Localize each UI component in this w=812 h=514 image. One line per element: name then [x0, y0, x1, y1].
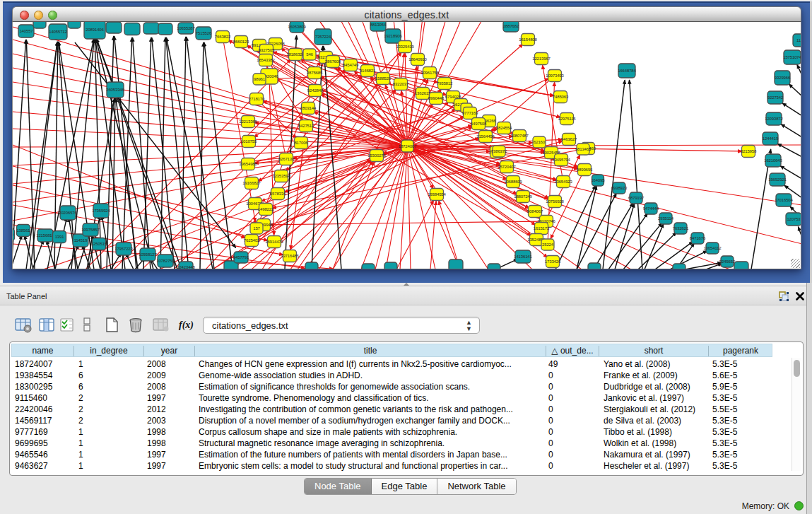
- svg-text:16648784: 16648784: [618, 69, 636, 73]
- svg-text:9146821: 9146821: [360, 69, 376, 73]
- svg-text:13325419: 13325419: [396, 45, 414, 49]
- svg-text:19384554: 19384554: [428, 192, 446, 197]
- svg-text:25224: 25224: [542, 243, 554, 247]
- svg-text:16914479: 16914479: [265, 240, 283, 244]
- svg-text:21564456: 21564456: [476, 134, 495, 139]
- svg-text:12093872: 12093872: [765, 117, 783, 121]
- svg-text:6879197: 6879197: [628, 196, 645, 200]
- svg-text:9899695: 9899695: [577, 168, 593, 172]
- svg-text:10973493: 10973493: [546, 74, 564, 78]
- svg-text:7632621: 7632621: [673, 226, 689, 230]
- svg-text:26053346: 26053346: [106, 88, 124, 92]
- svg-text:546: 546: [306, 52, 313, 57]
- svg-text:12213967: 12213967: [532, 57, 551, 61]
- svg-text:8813054: 8813054: [370, 23, 387, 27]
- svg-text:8471676: 8471676: [690, 236, 706, 240]
- svg-text:2718170: 2718170: [249, 97, 265, 101]
- svg-text:1362615: 1362615: [415, 91, 431, 95]
- svg-text:6497508: 6497508: [471, 122, 487, 126]
- svg-text:14136141: 14136141: [514, 255, 532, 259]
- svg-text:10756928: 10756928: [546, 199, 564, 204]
- svg-text:7663822: 7663822: [215, 35, 231, 39]
- svg-text:2935114: 2935114: [658, 216, 674, 221]
- svg-text:1391: 1391: [55, 235, 65, 239]
- svg-text:19218906: 19218906: [384, 34, 402, 38]
- svg-text:15692921: 15692921: [768, 177, 787, 182]
- svg-text:7955812: 7955812: [437, 81, 453, 86]
- svg-text:9777169: 9777169: [462, 111, 478, 115]
- svg-text:8938923: 8938923: [611, 186, 628, 190]
- svg-text:817006: 817006: [294, 141, 308, 145]
- svg-text:12975115: 12975115: [558, 117, 576, 121]
- svg-text:2803144: 2803144: [300, 106, 317, 110]
- svg-text:1244419: 1244419: [763, 136, 779, 141]
- svg-text:10961758: 10961758: [420, 71, 439, 75]
- svg-text:14055712: 14055712: [49, 30, 67, 34]
- svg-text:120753: 120753: [787, 217, 801, 221]
- svg-text:8427512: 8427512: [298, 124, 314, 128]
- svg-text:138561: 138561: [16, 228, 30, 233]
- svg-text:1733426: 1733426: [545, 259, 561, 264]
- svg-text:164095: 164095: [591, 178, 605, 182]
- svg-text:10655287: 10655287: [177, 26, 195, 30]
- svg-text:62160: 62160: [534, 140, 546, 144]
- svg-text:3824554: 3824554: [496, 126, 512, 130]
- svg-text:10654112: 10654112: [703, 246, 722, 250]
- svg-text:1010755: 1010755: [241, 139, 257, 144]
- svg-text:5578334: 5578334: [270, 192, 286, 196]
- svg-text:8454749: 8454749: [343, 63, 359, 67]
- svg-text:10958127: 10958127: [139, 252, 157, 257]
- svg-text:10782759: 10782759: [156, 259, 175, 263]
- svg-text:1250515: 1250515: [91, 242, 107, 246]
- svg-text:9474444: 9474444: [643, 206, 659, 211]
- svg-text:12423448: 12423448: [177, 265, 195, 269]
- svg-text:9242848: 9242848: [307, 88, 324, 93]
- svg-text:8267130: 8267130: [278, 157, 295, 161]
- svg-text:15720407: 15720407: [498, 165, 516, 169]
- svg-text:7386372: 7386372: [491, 149, 507, 153]
- svg-text:3875685: 3875685: [307, 71, 323, 75]
- svg-text:9463627: 9463627: [561, 137, 577, 141]
- svg-text:10688609: 10688609: [504, 180, 522, 184]
- svg-text:16053809: 16053809: [288, 25, 306, 29]
- svg-text:16210643: 16210643: [764, 158, 782, 163]
- svg-text:9457791: 9457791: [233, 255, 249, 259]
- svg-text:1112: 1112: [796, 38, 801, 42]
- svg-text:9329966: 9329966: [775, 76, 791, 80]
- svg-text:7485063: 7485063: [553, 95, 569, 99]
- svg-text:18807249: 18807249: [514, 194, 532, 199]
- svg-text:7357224: 7357224: [315, 35, 331, 39]
- svg-text:17957223: 17957223: [114, 247, 133, 251]
- svg-text:19166827: 19166827: [242, 181, 261, 185]
- svg-text:16543382: 16543382: [257, 58, 275, 62]
- svg-text:17359924: 17359924: [92, 209, 110, 213]
- svg-text:16154808: 16154808: [519, 37, 537, 42]
- svg-text:13495794: 13495794: [552, 158, 570, 162]
- svg-text:f(x): f(x): [179, 320, 194, 331]
- svg-text:1498222: 1498222: [258, 207, 274, 211]
- svg-text:20206576: 20206576: [59, 211, 77, 215]
- svg-text:1588520: 1588520: [375, 76, 392, 81]
- svg-text:12156819: 12156819: [36, 233, 54, 238]
- svg-text:9327505: 9327505: [259, 48, 275, 52]
- svg-text:17016504: 17016504: [775, 198, 793, 202]
- svg-text:18640910: 18640910: [408, 57, 427, 62]
- svg-text:9084067: 9084067: [527, 209, 543, 214]
- svg-text:20891406: 20891406: [86, 28, 104, 32]
- svg-text:10975857: 10975857: [81, 228, 100, 232]
- svg-text:10807487: 10807487: [510, 134, 529, 138]
- svg-text:9245652: 9245652: [719, 259, 736, 264]
- svg-text:8322037: 8322037: [393, 82, 409, 86]
- svg-text:12353594: 12353594: [272, 174, 290, 178]
- svg-text:1615172: 1615172: [534, 226, 550, 230]
- svg-text:18724007: 18724007: [399, 144, 417, 148]
- svg-text:13716485: 13716485: [281, 254, 299, 258]
- svg-text:8990448: 8990448: [428, 96, 445, 100]
- svg-text:15300273: 15300273: [367, 153, 386, 158]
- svg-text:7625402: 7625402: [244, 238, 260, 243]
- svg-text:13654923: 13654923: [554, 180, 572, 184]
- svg-text:3215958: 3215958: [741, 149, 757, 153]
- svg-text:2887682: 2887682: [503, 24, 519, 28]
- svg-text:9227342: 9227342: [767, 95, 784, 100]
- svg-text:98961: 98961: [254, 77, 266, 81]
